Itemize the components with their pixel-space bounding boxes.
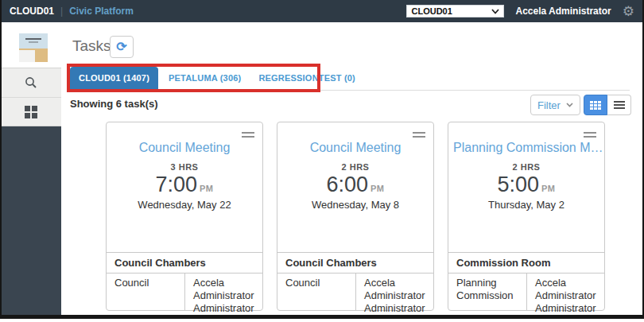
task-date: Wednesday, May 22 <box>107 199 262 211</box>
task-location: Council Chambers <box>107 252 262 273</box>
tab-cloud01[interactable]: CLOUD01 (1407) <box>70 67 158 90</box>
task-group: Planning Commission <box>448 274 526 310</box>
task-duration: 2 HRS <box>277 162 433 172</box>
task-detail-row: Council Accela Administrator Administrat… <box>277 273 433 310</box>
task-card[interactable]: Council Meeting 3 HRS 7:00 PM Wednesday,… <box>106 122 263 311</box>
sidebar-item-search[interactable] <box>0 68 61 97</box>
task-detail-row: Council Accela Administrator Administrat… <box>107 273 262 310</box>
sidebar-panel <box>0 126 61 316</box>
window-border <box>0 315 644 319</box>
civic-platform-link[interactable]: Civic Platform <box>69 6 134 17</box>
task-date: Wednesday, May 8 <box>277 199 433 211</box>
task-time: 7:00 PM <box>107 173 262 196</box>
list-view-icon <box>614 99 625 111</box>
refresh-icon: ⟳ <box>116 41 126 53</box>
environment-select-value: CLOUD01 <box>411 6 452 16</box>
card-menu-icon[interactable] <box>413 130 425 140</box>
task-detail-row: Planning Commission Accela Administrator… <box>448 273 604 310</box>
view-toggle-group <box>584 95 631 115</box>
app-window: CLOUD01 | Civic Platform CLOUD01 Accela … <box>0 0 644 322</box>
environment-name: CLOUD01 <box>10 6 54 17</box>
task-title-link[interactable]: Council Meeting <box>277 141 433 155</box>
card-menu-icon[interactable] <box>584 130 596 140</box>
tab-regressiontest[interactable]: REGRESSIONTEST (0) <box>250 67 364 90</box>
apps-grid-icon <box>25 106 37 118</box>
task-assignee: Accela Administrator Administrator <box>526 274 604 310</box>
environment-select[interactable]: CLOUD01 <box>406 5 504 17</box>
accela-logo[interactable] <box>19 33 48 62</box>
breadcrumb: CLOUD01 | Civic Platform <box>10 6 134 17</box>
top-bar: CLOUD01 | Civic Platform CLOUD01 Accela … <box>0 0 644 22</box>
task-time: 5:00 PM <box>448 173 604 196</box>
task-card[interactable]: Planning Commission M… 2 HRS 5:00 PM Thu… <box>448 122 605 311</box>
task-title-link[interactable]: Planning Commission M… <box>448 141 604 155</box>
gear-icon[interactable]: ⚙ <box>623 5 634 18</box>
task-card[interactable]: Council Meeting 2 HRS 6:00 PM Wednesday,… <box>277 122 434 311</box>
chevron-down-icon <box>566 103 573 107</box>
tab-petaluma[interactable]: PETALUMA (306) <box>160 67 250 90</box>
user-name: Accela Administrator <box>515 6 611 17</box>
grid-view-button[interactable] <box>584 95 607 115</box>
filter-button[interactable]: Filter <box>530 95 580 115</box>
task-time: 6:00 PM <box>277 173 433 196</box>
sidebar <box>0 68 61 126</box>
task-date: Thursday, May 2 <box>448 199 604 211</box>
card-menu-icon[interactable] <box>242 130 254 140</box>
chevron-down-icon <box>491 9 499 14</box>
breadcrumb-separator: | <box>60 6 63 17</box>
task-location: Commission Room <box>448 252 604 273</box>
task-assignee: Accela Administrator Administrator <box>184 274 262 310</box>
task-location: Council Chambers <box>277 252 433 273</box>
task-group: Council <box>107 274 184 310</box>
top-bar-right: CLOUD01 Accela Administrator ⚙ <box>406 5 634 18</box>
task-title-link[interactable]: Council Meeting <box>107 141 262 155</box>
page-title: Tasks <box>72 37 111 55</box>
task-duration: 3 HRS <box>107 162 262 172</box>
search-icon <box>24 76 38 90</box>
filter-label: Filter <box>537 99 561 111</box>
window-border <box>0 0 2 319</box>
environment-tabs: CLOUD01 (1407) PETALUMA (306) REGRESSION… <box>70 67 630 91</box>
sidebar-item-apps[interactable] <box>0 97 61 126</box>
task-group: Council <box>277 274 355 310</box>
task-duration: 2 HRS <box>448 162 604 172</box>
refresh-button[interactable]: ⟳ <box>110 36 134 58</box>
grid-view-icon <box>590 101 601 110</box>
list-view-button[interactable] <box>607 95 631 115</box>
task-assignee: Accela Administrator Administrator <box>355 274 433 310</box>
task-count-text: Showing 6 task(s) <box>70 98 158 110</box>
